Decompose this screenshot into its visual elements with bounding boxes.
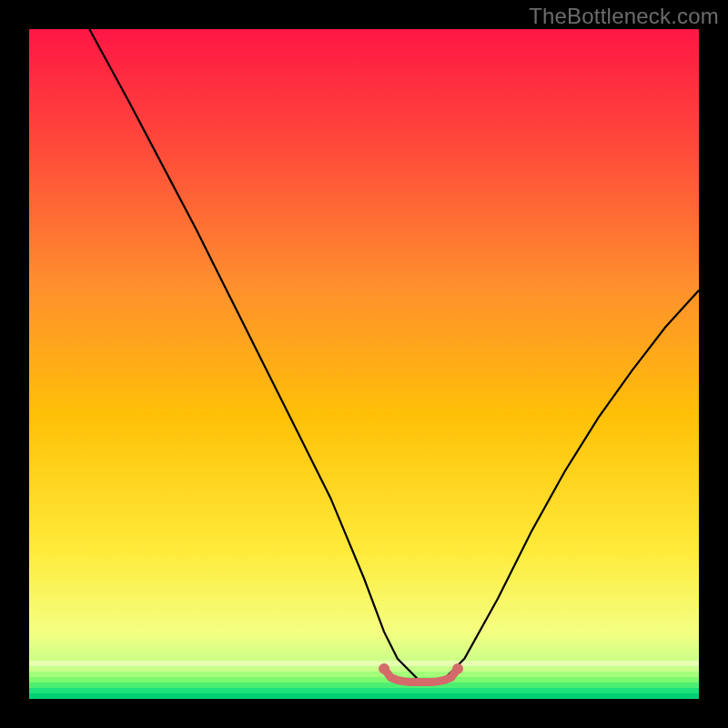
green-band [29,693,699,699]
watermark-text: TheBottleneck.com [529,4,719,29]
green-band [29,688,699,693]
valley-right-dot [452,663,463,674]
plot-area [29,29,699,699]
bottleneck-chart-svg [29,29,699,699]
green-band [29,682,699,688]
chart-frame: TheBottleneck.com [0,0,728,728]
green-bottom-bands [29,661,699,699]
green-band [29,661,699,666]
green-band [29,677,699,682]
gradient-background [29,29,699,699]
green-band [29,666,699,672]
green-band [29,672,699,677]
valley-left-dot [379,663,389,674]
